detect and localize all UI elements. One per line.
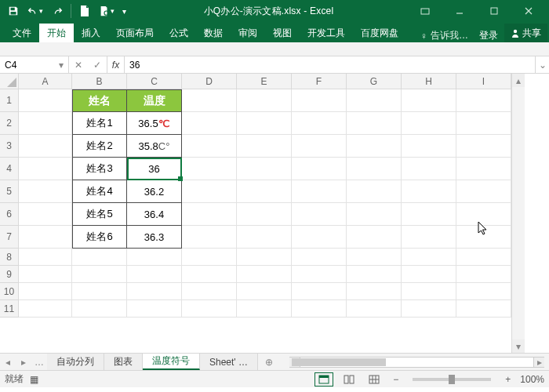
cell[interactable] [237, 158, 292, 180]
save-button[interactable] [3, 2, 24, 20]
cell[interactable] [347, 112, 402, 135]
cell[interactable] [347, 89, 402, 112]
cell[interactable] [237, 89, 292, 112]
select-all-button[interactable] [0, 74, 19, 89]
cell[interactable] [127, 266, 182, 283]
cell[interactable] [456, 266, 511, 283]
enter-entry-button[interactable]: ✓ [88, 60, 107, 71]
tab-baidu[interactable]: 百度网盘 [353, 24, 406, 42]
cell[interactable] [182, 135, 237, 158]
cell[interactable] [402, 300, 456, 318]
view-page-break-button[interactable] [365, 372, 384, 387]
cell[interactable] [182, 203, 237, 226]
cell[interactable] [182, 158, 237, 180]
table-cell-temp[interactable]: 36.4 [127, 203, 182, 226]
cell[interactable] [456, 158, 511, 180]
cell[interactable] [347, 300, 402, 318]
sign-in-button[interactable]: 登录 [473, 29, 504, 42]
tab-layout[interactable]: 页面布局 [108, 24, 162, 42]
cell[interactable] [292, 249, 347, 266]
scroll-down-button[interactable]: ▾ [512, 339, 525, 353]
cell[interactable] [182, 283, 237, 300]
cell[interactable] [19, 266, 72, 283]
cell[interactable] [72, 249, 127, 266]
tab-file[interactable]: 文件 [5, 24, 39, 42]
col-header-F[interactable]: F [292, 74, 347, 89]
cell[interactable] [19, 249, 72, 266]
cell[interactable] [127, 300, 182, 318]
cell[interactable] [347, 158, 402, 180]
name-box-dropdown-icon[interactable]: ▾ [59, 60, 64, 71]
cell[interactable] [237, 112, 292, 135]
cell[interactable] [19, 158, 72, 180]
cell[interactable] [347, 203, 402, 226]
cell[interactable] [347, 135, 402, 158]
worksheet-grid[interactable]: A B C D E F G H I 1 2 3 4 5 6 7 8 9 [0, 74, 549, 353]
cell[interactable] [292, 89, 347, 112]
zoom-in-button[interactable]: + [502, 374, 514, 385]
tab-developer[interactable]: 开发工具 [300, 24, 353, 42]
row-header-8[interactable]: 8 [0, 249, 19, 266]
row-header-10[interactable]: 10 [0, 283, 19, 300]
tab-data[interactable]: 数据 [196, 24, 231, 42]
cell[interactable] [237, 203, 292, 226]
cell[interactable] [456, 135, 511, 158]
table-cell-name[interactable]: 姓名4 [72, 180, 127, 203]
cell[interactable] [237, 300, 292, 318]
cell[interactable] [237, 249, 292, 266]
view-page-layout-button[interactable] [340, 372, 358, 387]
tell-me-box[interactable]: ♀♀ 告诉我…告诉我… [416, 29, 473, 42]
sheet-nav-prev[interactable]: ◂ [0, 354, 16, 370]
cell[interactable] [72, 266, 127, 283]
fx-button[interactable]: fx [107, 56, 125, 73]
cell[interactable] [402, 283, 456, 300]
cell[interactable] [456, 300, 511, 318]
cell[interactable] [456, 89, 511, 112]
cell[interactable] [402, 158, 456, 180]
cell[interactable] [402, 89, 456, 112]
table-header-temp[interactable]: 温度 [127, 89, 182, 112]
customize-qat-button[interactable]: ▾ [118, 2, 129, 20]
zoom-out-button[interactable]: − [390, 374, 402, 385]
cell[interactable] [237, 135, 292, 158]
cell[interactable] [237, 180, 292, 203]
cell[interactable] [72, 283, 127, 300]
cell[interactable] [237, 283, 292, 300]
undo-button[interactable]: ▾ [25, 2, 45, 20]
cell[interactable] [182, 300, 237, 318]
cell[interactable] [292, 158, 347, 180]
cell[interactable] [292, 226, 347, 249]
row-header-2[interactable]: 2 [0, 112, 19, 135]
cell[interactable] [402, 226, 456, 249]
cell[interactable] [402, 203, 456, 226]
cell[interactable] [292, 283, 347, 300]
row-header-6[interactable]: 6 [0, 203, 19, 226]
zoom-thumb[interactable] [449, 375, 455, 384]
cell[interactable] [182, 226, 237, 249]
cell[interactable] [347, 226, 402, 249]
cell[interactable] [19, 226, 72, 249]
table-cell-name[interactable]: 姓名3 [72, 158, 127, 180]
col-header-A[interactable]: A [19, 74, 72, 89]
expand-formula-bar-button[interactable]: ⌄ [535, 56, 549, 73]
cell[interactable] [456, 249, 511, 266]
cell[interactable] [456, 112, 511, 135]
cell[interactable] [19, 283, 72, 300]
table-cell-name[interactable]: 姓名1 [72, 112, 127, 135]
cell[interactable] [292, 203, 347, 226]
table-cell-name[interactable]: 姓名5 [72, 203, 127, 226]
cell[interactable] [456, 180, 511, 203]
cell[interactable] [19, 135, 72, 158]
close-button[interactable] [511, 0, 546, 22]
tab-review[interactable]: 审阅 [231, 24, 265, 42]
zoom-slider[interactable] [413, 378, 491, 381]
cell[interactable] [182, 266, 237, 283]
view-normal-button[interactable] [314, 372, 333, 387]
tab-home[interactable]: 开始 [39, 24, 74, 42]
cell[interactable] [19, 89, 72, 112]
cell[interactable] [237, 226, 292, 249]
col-header-H[interactable]: H [402, 74, 456, 89]
formula-input[interactable]: 36 [125, 56, 535, 73]
cells-area[interactable]: 姓名 温度 姓名136.5℃姓名235.8C°姓名336姓名436.2姓名536… [19, 89, 511, 318]
table-cell-temp[interactable]: 36.5℃ [127, 112, 182, 135]
